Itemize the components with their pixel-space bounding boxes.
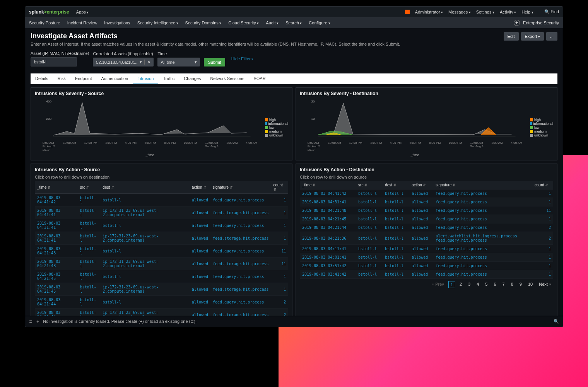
asset-input[interactable]	[31, 57, 77, 66]
tab-risk[interactable]: Risk	[53, 73, 70, 84]
app-window: splunk>enterprise Apps AdministratorMess…	[25, 6, 563, 327]
pager-page[interactable]: 9	[518, 281, 524, 288]
topmenu-help[interactable]: Help	[521, 10, 533, 14]
col-src[interactable]: src	[356, 181, 383, 189]
table-row[interactable]: 2019-08-03 04:21:36bstoll-lbstoll-l allo…	[300, 232, 553, 245]
chart-severity-dest[interactable]: 20 10 8:00 AM Fri Aug 2 201910:00 AM12:0…	[300, 99, 530, 157]
pager-dest: « Prev12345678910Next »	[300, 279, 553, 290]
pager-page[interactable]: 3	[466, 281, 472, 288]
col-_time[interactable]: _time	[300, 181, 356, 189]
hide-filters-link[interactable]: Hide Filters	[231, 56, 253, 61]
tab-details[interactable]: Details	[31, 73, 53, 84]
pager-page[interactable]: 7	[501, 281, 507, 288]
table-row[interactable]: 2019-08-03 04:21:44bstoll-lbstoll-l allo…	[35, 296, 288, 309]
svg-text:10: 10	[311, 117, 315, 121]
asset-label: Asset (IP, MAC, NT/Hostname)	[31, 51, 89, 56]
table-row[interactable]: 2019-08-03 04:21:48bstoll-lbstoll-l allo…	[300, 206, 553, 215]
svg-text:400: 400	[46, 100, 52, 103]
table-row[interactable]: 2019-08-03 04:21:48bstoll-lip-172-31-23-…	[35, 257, 288, 270]
apps-menu[interactable]: Apps	[76, 10, 89, 14]
navbar: Security PostureIncident ReviewInvestiga…	[25, 17, 563, 28]
topmenu-activity[interactable]: Activity	[500, 10, 516, 14]
nav-audit[interactable]: Audit	[266, 20, 279, 25]
time-label: Time	[157, 51, 200, 56]
nav-security-intelligence[interactable]: Security Intelligence	[137, 20, 178, 25]
correlated-pill[interactable]: 52.10.218.54,0a:18:...▾✕	[93, 58, 154, 66]
panel-severity-dest: Intrusions By Severity - Destination 20 …	[296, 87, 557, 160]
panel-action-dest: Intrusions By Action - Destination Click…	[296, 164, 557, 327]
tab-traffic[interactable]: Traffic	[158, 73, 179, 84]
more-button[interactable]: ...	[546, 32, 557, 41]
filter-row: Asset (IP, MAC, NT/Hostname) Correlated …	[25, 49, 563, 70]
table-row[interactable]: 2019-08-03 04:31:41bstoll-lbstoll-l allo…	[300, 198, 553, 206]
topmenu-settings[interactable]: Settings	[476, 10, 494, 14]
table-row[interactable]: 2019-08-03 04:41:41bstoll-lip-172-31-23-…	[35, 206, 288, 219]
pager-page[interactable]: 5	[483, 281, 489, 288]
pager-page[interactable]: 1	[448, 281, 455, 288]
pager-page[interactable]: 4	[475, 281, 481, 288]
find-link[interactable]: 🔍 Find	[544, 9, 559, 14]
table-row[interactable]: 2019-08-03 04:01:41bstoll-lbstoll-l allo…	[300, 253, 553, 262]
pager-page[interactable]: 2	[458, 281, 464, 288]
table-row[interactable]: 2019-08-03 04:31:41bstoll-lbstoll-l allo…	[35, 219, 288, 232]
list-icon[interactable]: ≣	[29, 319, 32, 324]
col-action[interactable]: action	[409, 181, 433, 189]
table-row[interactable]: 2019-08-03 04:41:42bstoll-lbstoll-l allo…	[300, 189, 553, 198]
zoom-icon[interactable]: 🔍	[554, 319, 559, 324]
nav-security-domains[interactable]: Security Domains	[185, 20, 222, 25]
tab-soar[interactable]: SOAR	[249, 73, 270, 84]
col-count[interactable]: count	[271, 181, 289, 194]
tab-changes[interactable]: Changes	[179, 73, 205, 84]
table-row[interactable]: 2019-08-03 03:51:42bstoll-lbstoll-l allo…	[300, 262, 553, 270]
pager-page[interactable]: 8	[509, 281, 515, 288]
col-dest[interactable]: dest	[383, 181, 409, 189]
tab-endpoint[interactable]: Endpoint	[70, 73, 96, 84]
tab-bar: DetailsRiskEndpointAuthenticationIntrusi…	[31, 73, 557, 84]
nav-configure[interactable]: Configure	[309, 20, 330, 25]
table-row[interactable]: 2019-08-03 04:21:45bstoll-lbstoll-l allo…	[35, 270, 288, 283]
submit-button[interactable]: Submit	[204, 58, 225, 66]
plus-icon[interactable]: ＋	[36, 319, 40, 324]
footer-text: No investigation is currently loaded. Pl…	[43, 319, 197, 324]
col-_time[interactable]: _time	[35, 181, 78, 194]
col-action[interactable]: action	[190, 181, 210, 194]
table-row[interactable]: 2019-08-03 04:21:48bstoll-lbstoll-l allo…	[35, 245, 288, 257]
nav-security-posture[interactable]: Security Posture	[29, 20, 60, 25]
col-dest[interactable]: dest	[100, 181, 189, 194]
nav-search[interactable]: Search	[285, 20, 302, 25]
tab-network-sessions[interactable]: Network Sessions	[205, 73, 249, 84]
warning-icon[interactable]	[405, 10, 410, 14]
pager-page[interactable]: 6	[492, 281, 498, 288]
table-row[interactable]: 2019-08-03 04:21:44bstoll-lbstoll-l allo…	[300, 223, 553, 232]
col-signature[interactable]: signature	[433, 181, 532, 189]
nav-incident-review[interactable]: Incident Review	[67, 20, 97, 25]
table-row[interactable]: 2019-08-03 04:21:45bstoll-lip-172-31-23-…	[35, 283, 288, 296]
footer-bar: ≣ ＋ No investigation is currently loaded…	[25, 316, 563, 327]
topmenu-messages[interactable]: Messages	[448, 10, 471, 14]
export-button[interactable]: Export	[521, 32, 544, 41]
nav-cloud-security[interactable]: Cloud Security	[228, 20, 259, 25]
table-row[interactable]: 2019-08-03 03:41:42bstoll-lbstoll-l allo…	[300, 270, 553, 279]
panel-severity-source: Intrusions By Severity - Source 400 200 …	[31, 87, 292, 160]
edit-button[interactable]: Edit	[504, 32, 519, 41]
page-desc: Enter an Asset of Interest. If the asset…	[31, 42, 400, 46]
col-signature[interactable]: signature	[210, 181, 271, 194]
table-row[interactable]: 2019-08-03 04:21:45bstoll-lbstoll-l allo…	[300, 215, 553, 223]
table-row[interactable]: 2019-08-03 04:11:41bstoll-lbstoll-l allo…	[300, 245, 553, 253]
tab-intrusion[interactable]: Intrusion	[133, 73, 158, 84]
topmenu-administrator[interactable]: Administrator	[415, 10, 443, 14]
chart-severity-source[interactable]: 400 200 8:00 AM Fri Aug 2 201910:00 AM12…	[35, 99, 265, 157]
shield-icon: ✚	[514, 20, 520, 26]
pager-prev[interactable]: « Prev	[430, 281, 446, 288]
time-picker[interactable]: All time▾	[157, 58, 200, 66]
table-row[interactable]: 2019-08-03 04:41:42bstoll-lbstoll-l allo…	[35, 194, 288, 206]
col-src[interactable]: src	[78, 181, 101, 194]
pager-page[interactable]: 10	[526, 281, 535, 288]
svg-text:200: 200	[46, 117, 52, 121]
nav-investigations[interactable]: Investigations	[104, 20, 130, 25]
table-action-dest: _timesrcdestactionsignaturecount 2019-08…	[300, 181, 553, 279]
tab-authentication[interactable]: Authentication	[96, 73, 133, 84]
pager-next[interactable]: Next »	[537, 281, 553, 288]
table-row[interactable]: 2019-08-03 04:31:41bstoll-lip-172-31-23-…	[35, 232, 288, 245]
col-count[interactable]: count	[532, 181, 553, 189]
